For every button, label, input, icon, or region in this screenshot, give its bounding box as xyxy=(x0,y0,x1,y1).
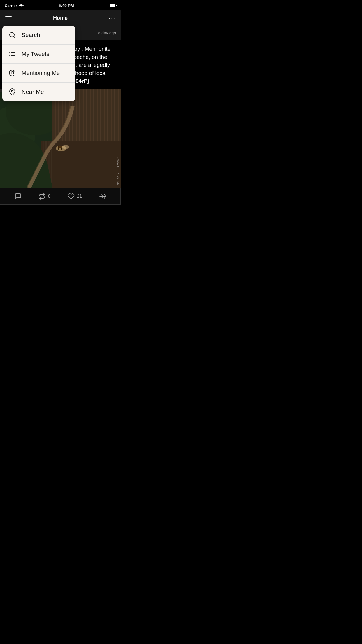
reply-button[interactable] xyxy=(15,193,22,200)
retweet-icon xyxy=(38,193,45,200)
svg-rect-34 xyxy=(41,141,121,188)
aerial-photo-svg xyxy=(0,89,121,188)
svg-line-45 xyxy=(104,194,106,196)
share-button[interactable] xyxy=(99,193,106,200)
like-icon xyxy=(68,193,75,200)
tweet-actions: 8 21 xyxy=(0,188,121,205)
svg-point-44 xyxy=(61,148,62,150)
like-count: 21 xyxy=(77,194,82,199)
reply-icon xyxy=(15,193,22,200)
menu-item-near-me[interactable]: Near Me xyxy=(2,83,75,101)
tweet-time: a day ago xyxy=(98,31,116,35)
menu-item-my-tweets-label: My Tweets xyxy=(22,51,49,57)
search-icon xyxy=(8,31,16,39)
list-icon xyxy=(8,50,16,58)
svg-line-1 xyxy=(14,36,15,38)
svg-point-43 xyxy=(58,148,59,150)
svg-point-9 xyxy=(11,90,13,92)
carrier-label: Carrier xyxy=(5,4,17,8)
status-right xyxy=(109,4,116,7)
like-button[interactable]: 21 xyxy=(68,193,82,200)
menu-item-search[interactable]: Search xyxy=(2,26,75,45)
dropdown-menu: Search My Tweets Mentioning Me xyxy=(2,26,75,101)
more-button[interactable]: ··· xyxy=(109,15,115,22)
location-icon xyxy=(8,88,16,96)
app-header: Home ··· xyxy=(0,10,121,26)
at-icon xyxy=(8,69,16,77)
status-left: Carrier xyxy=(5,4,24,8)
menu-item-my-tweets[interactable]: My Tweets xyxy=(2,45,75,64)
tweet-image: NADIA SHIRA COHEN xyxy=(0,89,121,188)
menu-item-near-me-label: Near Me xyxy=(22,89,44,95)
menu-item-mentioning-me[interactable]: Mentioning Me xyxy=(2,64,75,83)
svg-point-8 xyxy=(11,72,13,74)
svg-point-40 xyxy=(62,145,69,149)
menu-item-search-label: Search xyxy=(22,32,40,38)
retweet-button[interactable]: 8 xyxy=(38,193,50,200)
svg-line-46 xyxy=(104,196,106,198)
retweet-count: 8 xyxy=(48,194,50,199)
wifi-icon xyxy=(19,4,24,7)
battery-icon xyxy=(109,4,116,7)
status-time: 5:49 PM xyxy=(59,3,74,8)
status-bar: Carrier 5:49 PM xyxy=(0,0,121,10)
menu-item-mentioning-me-label: Mentioning Me xyxy=(22,70,60,76)
hamburger-button[interactable] xyxy=(5,16,12,20)
header-title: Home xyxy=(53,15,68,21)
photo-credit: NADIA SHIRA COHEN xyxy=(117,157,120,185)
share-icon xyxy=(99,193,106,200)
